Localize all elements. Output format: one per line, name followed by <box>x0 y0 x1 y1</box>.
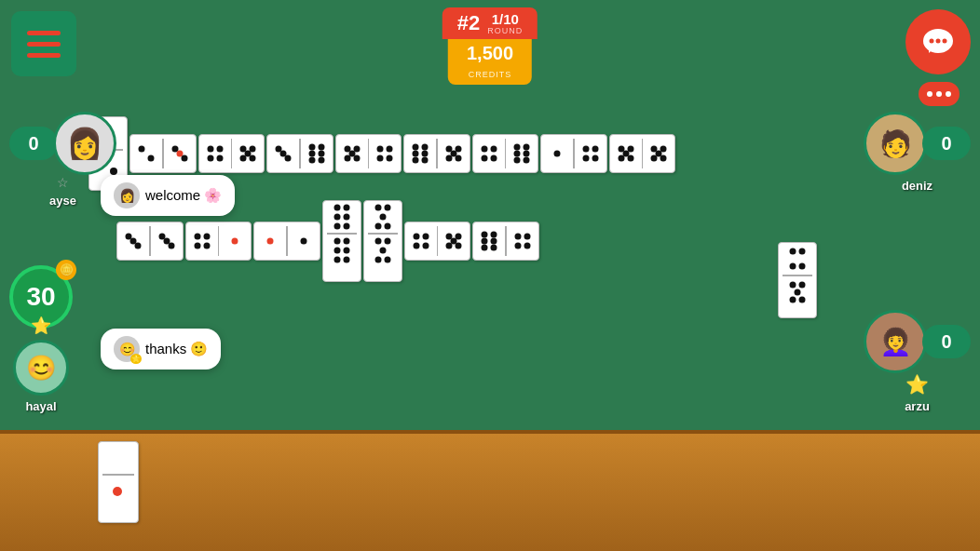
svg-point-101 <box>374 205 381 211</box>
svg-point-128 <box>514 243 521 249</box>
svg-point-77 <box>130 238 137 245</box>
m-half4 <box>219 222 251 260</box>
m-half10 <box>507 222 538 260</box>
svg-point-56 <box>524 144 530 151</box>
domino-rv1 <box>778 242 817 318</box>
svg-point-120 <box>482 232 488 238</box>
dot3 <box>946 91 951 97</box>
svg-point-132 <box>790 263 796 270</box>
domino-h6 <box>472 134 539 173</box>
svg-point-138 <box>799 296 806 302</box>
svg-point-20 <box>245 151 252 157</box>
svg-point-117 <box>451 238 457 245</box>
svg-point-70 <box>627 155 633 162</box>
svg-point-87 <box>267 238 274 245</box>
svg-point-11 <box>176 151 183 157</box>
svg-point-114 <box>422 243 429 249</box>
svg-point-74 <box>651 155 658 162</box>
domino-m4 <box>404 222 471 261</box>
menu-button[interactable] <box>11 11 76 76</box>
round-number: #2 <box>457 11 480 35</box>
svg-point-37 <box>387 146 393 153</box>
svg-point-32 <box>353 146 360 153</box>
h-half6 <box>301 135 333 172</box>
bubble-ayse-avatar: 👩 <box>114 182 140 208</box>
svg-point-9 <box>148 155 155 162</box>
domino-h2 <box>198 134 265 173</box>
ayse-star: ☆ <box>57 175 69 190</box>
svg-point-16 <box>216 155 223 162</box>
v3-half1 <box>364 201 402 233</box>
svg-point-43 <box>422 151 429 157</box>
domino-m1 <box>116 222 184 261</box>
svg-point-44 <box>413 157 419 164</box>
thanks-chat-bubble: 😊 ⭐ thanks 🙂 <box>101 329 221 370</box>
svg-point-28 <box>318 151 324 157</box>
domino-m2 <box>185 222 252 261</box>
svg-point-40 <box>413 144 419 151</box>
h-half4 <box>232 135 264 172</box>
svg-point-127 <box>524 234 530 240</box>
svg-point-62 <box>582 146 589 153</box>
svg-point-36 <box>377 146 384 153</box>
h-half2 <box>164 135 196 172</box>
svg-point-13 <box>207 146 213 153</box>
m-half9 <box>473 222 505 260</box>
h-half10 <box>438 135 470 172</box>
svg-point-57 <box>514 151 521 157</box>
svg-point-72 <box>660 146 667 153</box>
arzu-score-pill: 0 <box>922 325 971 358</box>
svg-point-33 <box>348 151 355 157</box>
svg-point-49 <box>445 155 452 162</box>
svg-point-80 <box>163 238 170 245</box>
svg-point-47 <box>455 146 461 153</box>
svg-point-75 <box>660 155 667 162</box>
h-half3 <box>199 135 231 172</box>
svg-point-116 <box>456 234 462 240</box>
svg-point-111 <box>413 234 419 240</box>
svg-point-137 <box>790 296 796 302</box>
svg-point-35 <box>353 155 360 162</box>
h-half14 <box>575 135 606 172</box>
v2-half1 <box>323 201 361 233</box>
deniz-score: 0 <box>941 133 951 155</box>
round-top: #2 1/10 ROUND <box>442 7 538 39</box>
svg-point-48 <box>450 151 456 157</box>
ayse-name: ayse <box>49 194 76 208</box>
svg-point-63 <box>592 146 598 153</box>
h-half16 <box>643 135 674 172</box>
welcome-text: welcome 🌸 <box>145 187 222 204</box>
hayal-star: ⭐ <box>31 316 51 336</box>
svg-point-86 <box>232 238 238 245</box>
chat-button[interactable] <box>905 9 971 74</box>
svg-point-29 <box>308 157 315 164</box>
domino-v3 <box>363 200 402 282</box>
svg-point-14 <box>216 146 223 153</box>
svg-point-136 <box>795 289 801 295</box>
player-deniz: 🧑 0 deniz <box>864 112 971 193</box>
domino-h5 <box>403 134 470 173</box>
svg-point-108 <box>379 247 386 253</box>
rv1-half2 <box>779 276 816 308</box>
svg-point-134 <box>790 281 796 288</box>
deniz-avatar: 🧑 <box>864 112 927 175</box>
svg-point-94 <box>343 223 349 230</box>
m-half8 <box>438 222 470 260</box>
svg-point-45 <box>422 157 429 164</box>
svg-point-69 <box>618 155 624 162</box>
svg-point-119 <box>456 243 462 249</box>
svg-point-22 <box>276 146 282 153</box>
menu-line-3 <box>27 53 61 58</box>
svg-point-34 <box>344 155 350 162</box>
round-label: ROUND <box>487 26 523 35</box>
rv1-half1 <box>779 243 816 275</box>
svg-point-97 <box>333 247 340 253</box>
more-button[interactable] <box>919 82 960 106</box>
svg-point-135 <box>799 281 806 288</box>
h-half7 <box>336 135 368 172</box>
svg-point-123 <box>491 238 497 245</box>
h-half11 <box>473 135 505 172</box>
svg-point-121 <box>491 232 497 238</box>
svg-point-25 <box>308 144 315 151</box>
svg-point-67 <box>627 146 633 153</box>
